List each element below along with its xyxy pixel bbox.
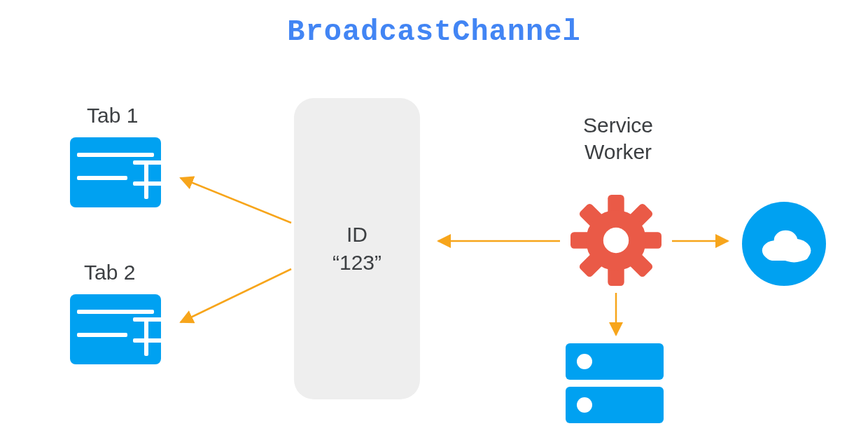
cloud-icon [742,202,826,286]
diagram-stage: BroadcastChannel Tab 1 Tab 2 ID “123” Se… [0,0,868,440]
arrows-layer [0,0,868,440]
diagram-title: BroadcastChannel [0,15,868,49]
tab-2-label: Tab 2 [84,261,135,284]
gear-icon [570,195,662,286]
channel-id-label: ID [346,223,368,246]
arrow-channel-to-tab-2 [181,269,291,322]
service-worker-label: Service Worker [548,112,688,165]
browser-window-icon [70,137,161,207]
svg-point-9 [603,228,629,253]
browser-window-icon [70,294,161,364]
arrow-channel-to-tab-1 [181,178,291,223]
svg-rect-14 [766,247,809,261]
channel-id-value: “123” [332,251,382,274]
tab-1-label: Tab 1 [87,104,138,128]
broadcast-channel-node: ID “123” [294,98,420,399]
server-stack-icon [566,343,664,424]
